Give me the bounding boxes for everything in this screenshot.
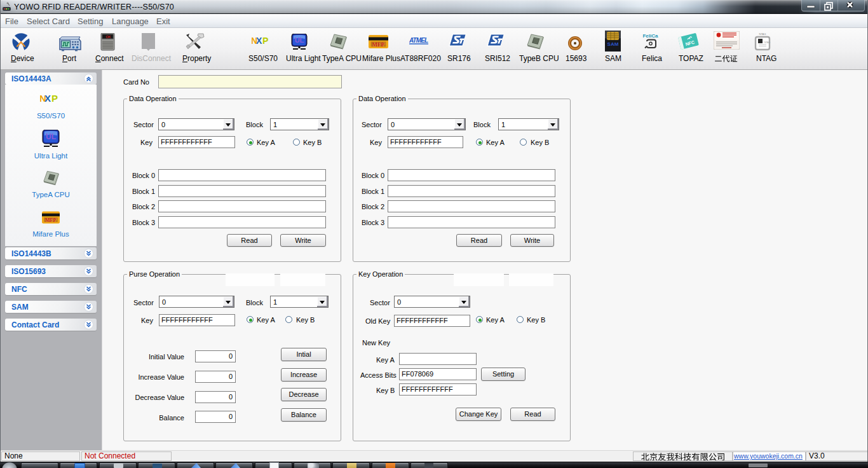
svg-text:UL: UL — [295, 36, 304, 44]
svg-text:X: X — [44, 93, 51, 104]
svg-text:MFP: MFP — [372, 41, 385, 48]
svg-text:P: P — [51, 93, 58, 104]
svg-text:NTAG: NTAG — [759, 32, 766, 36]
svg-text:FeliCa: FeliCa — [642, 33, 658, 39]
svg-text:OK: OK — [106, 35, 111, 39]
svg-text:P: P — [262, 36, 268, 45]
svg-text:SAM: SAM — [607, 41, 619, 47]
svg-text:ATMEL: ATMEL — [409, 37, 428, 44]
svg-text:UL: UL — [46, 132, 56, 141]
svg-text:NTAG: NTAG — [764, 41, 771, 44]
svg-text:X: X — [256, 36, 262, 45]
svg-text:MFP: MFP — [45, 217, 57, 223]
